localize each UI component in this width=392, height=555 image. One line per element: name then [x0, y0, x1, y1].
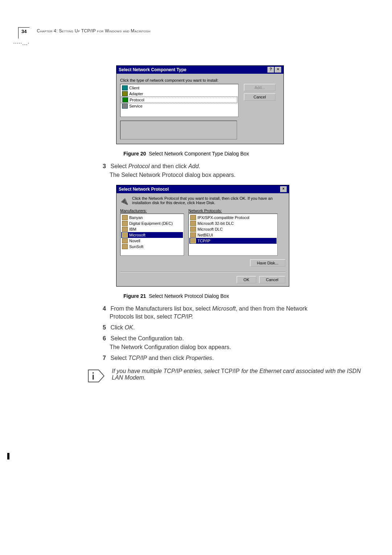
- step-6-result: The Network Configuration dialog box app…: [110, 344, 370, 351]
- dialog-title-bar: Select Network Protocol ×: [117, 185, 289, 193]
- proto-icon: [190, 232, 196, 238]
- list-item[interactable]: NetBEUI: [189, 232, 277, 238]
- list-item[interactable]: Digital Equipment (DEC): [121, 220, 183, 226]
- select-component-dialog: Select Network Component Type ? × Click …: [116, 65, 284, 144]
- dialog-title: Select Network Component Type: [119, 67, 186, 72]
- figure-caption: Figure 20 Select Network Component Type …: [123, 151, 370, 157]
- list-item-adapter[interactable]: Adapter: [121, 91, 237, 97]
- list-item[interactable]: Microsoft DLC: [189, 226, 277, 232]
- list-item[interactable]: Microsoft 32-bit DLC: [189, 220, 277, 226]
- figure-caption: Figure 21 Select Network Protocol Dialog…: [123, 293, 370, 299]
- step-number: 7: [99, 355, 106, 361]
- proto-icon: [190, 238, 196, 243]
- list-item[interactable]: Banyan: [121, 215, 183, 220]
- list-item-service[interactable]: Service: [121, 103, 237, 109]
- step-3-result: The Select Network Protocol dialog box a…: [110, 172, 370, 178]
- have-disk-button[interactable]: Have Disk...: [250, 259, 285, 267]
- manufacturers-label: Manufacturers:: [120, 208, 184, 213]
- figure-text: Select Network Protocol Dialog Box: [149, 293, 229, 299]
- step-number: 5: [99, 324, 106, 331]
- add-button[interactable]: Add...: [244, 84, 275, 91]
- mfr-icon: [122, 215, 128, 220]
- close-icon[interactable]: ×: [275, 67, 281, 73]
- cancel-button[interactable]: Cancel: [244, 93, 275, 101]
- figure-text: Select Network Component Type Dialog Box: [149, 151, 249, 157]
- dialog-description: 🔌 Click the Network Protocol that you wa…: [117, 193, 289, 208]
- step-6: 6 Select the Configuration tab.: [99, 335, 370, 342]
- chapter-title: Chapter 4: Setting Up TCP/IP for Windows…: [37, 27, 150, 33]
- help-icon[interactable]: ?: [268, 67, 274, 73]
- list-item-label: Service: [129, 104, 143, 108]
- proto-icon: [190, 221, 196, 226]
- figure-label: Figure 20: [123, 151, 146, 157]
- ok-button[interactable]: OK: [237, 276, 256, 283]
- step-4-cont: Protocols list box, select TCP/IP.: [110, 313, 370, 320]
- client-icon: [122, 85, 128, 90]
- info-icon: [87, 368, 105, 384]
- list-item-label: Protocol: [130, 98, 144, 102]
- step-number: 3: [99, 163, 106, 170]
- cancel-button[interactable]: Cancel: [259, 276, 285, 283]
- manufacturers-list[interactable]: Banyan Digital Equipment (DEC) IBM Micro…: [120, 214, 184, 256]
- svg-point-1: [93, 372, 94, 374]
- page-number: 34: [18, 27, 29, 39]
- change-bar: [7, 453, 9, 459]
- svg-rect-2: [93, 375, 94, 380]
- svg-marker-0: [88, 370, 104, 382]
- dialog-title: Select Network Protocol: [119, 187, 169, 192]
- cable-icon: 🔌: [119, 196, 128, 206]
- step-number: 6: [99, 335, 106, 342]
- protocols-label: Network Protocols:: [188, 208, 278, 213]
- mfr-icon: [122, 221, 128, 226]
- dialog-title-bar: Select Network Component Type ? ×: [117, 66, 283, 74]
- mfr-icon: [122, 244, 128, 249]
- select-protocol-dialog: Select Network Protocol × 🔌 Click the Ne…: [116, 185, 289, 287]
- step-5: 5 Click OK.: [99, 324, 370, 331]
- protocols-list[interactable]: IPX/SPX-compatible Protocol Microsoft 32…: [188, 214, 278, 256]
- adapter-icon: [122, 91, 128, 96]
- proto-icon: [190, 227, 196, 232]
- note-text: If you have multiple TCP/IP entries, sel…: [112, 368, 370, 381]
- figure-label: Figure 21: [123, 293, 146, 299]
- note: If you have multiple TCP/IP entries, sel…: [44, 368, 370, 384]
- step-number: 4: [99, 305, 106, 312]
- list-item-protocol[interactable]: Protocol: [121, 97, 237, 103]
- step-3: 3 Select Protocol and then click Add.: [99, 163, 370, 170]
- component-list[interactable]: Client Adapter Protocol Service: [120, 84, 238, 117]
- list-item[interactable]: SunSoft: [121, 244, 183, 250]
- protocol-icon: [122, 97, 128, 102]
- dialog-instruction: Click the type of network component you …: [120, 78, 280, 82]
- list-item-label: Client: [129, 86, 139, 90]
- list-item-label: Adapter: [129, 92, 143, 96]
- list-item[interactable]: IBM: [121, 226, 183, 232]
- proto-icon: [190, 215, 196, 220]
- close-icon[interactable]: ×: [280, 186, 287, 192]
- service-icon: [122, 104, 128, 109]
- list-item[interactable]: Novell: [121, 238, 183, 244]
- list-item[interactable]: Microsoft: [121, 232, 183, 238]
- list-item[interactable]: TCP/IP: [189, 238, 277, 244]
- separator: [120, 272, 285, 272]
- list-item-client[interactable]: Client: [121, 85, 237, 91]
- description-box: [120, 121, 237, 139]
- step-4: 4 From the Manufacturers list box, selec…: [99, 305, 370, 312]
- mfr-icon: [122, 227, 128, 232]
- step-7: 7 Select TCP/IP and then click Propertie…: [99, 355, 370, 361]
- mfr-icon: [122, 238, 128, 243]
- decorative-dots: ·····...·: [13, 39, 29, 47]
- mfr-icon: [122, 232, 128, 238]
- page-header: 34 Chapter 4: Setting Up TCP/IP for Wind…: [18, 27, 150, 39]
- list-item[interactable]: IPX/SPX-compatible Protocol: [189, 215, 277, 220]
